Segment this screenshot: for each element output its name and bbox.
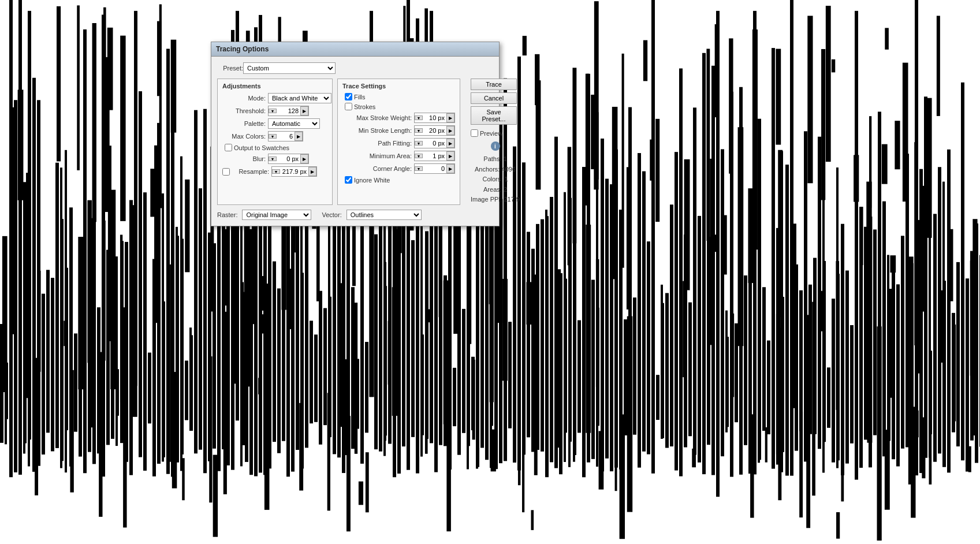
anchors-label: Anchors: — [475, 166, 500, 173]
threshold-label: Threshold: — [222, 107, 266, 114]
path-fitting-down-btn[interactable]: ▼ — [415, 141, 423, 146]
colors-value: 1 — [504, 176, 508, 182]
dialog-title: Tracing Options — [216, 45, 269, 53]
adjustments-legend: Adjustments — [222, 83, 327, 90]
strokes-label: Strokes — [354, 103, 375, 110]
output-to-swatches-checkbox[interactable] — [225, 144, 232, 151]
corner-angle-label: Corner Angle: — [342, 165, 412, 172]
palette-select[interactable]: Automatic Limited Full Tone — [268, 118, 320, 129]
fills-checkbox[interactable] — [345, 93, 352, 100]
minimum-area-down-btn[interactable]: ▼ — [415, 154, 423, 158]
threshold-down-btn[interactable]: ▼ — [269, 109, 277, 113]
path-fitting-input[interactable] — [423, 139, 446, 147]
min-stroke-length-label: Min Stroke Length: — [342, 127, 412, 134]
info-icon: i — [491, 141, 500, 151]
resample-label: Resample: — [232, 168, 269, 175]
resample-input[interactable] — [280, 167, 308, 176]
path-fitting-label: Path Fitting: — [342, 140, 412, 147]
mode-label: Mode: — [222, 95, 266, 102]
trace-settings-panel: Trace Settings Fills Strokes Max Stroke … — [337, 79, 460, 205]
min-stroke-length-up-btn[interactable]: ▶ — [446, 126, 454, 135]
max-colors-label: Max Colors: — [222, 133, 266, 140]
anchors-value: 4096 — [502, 166, 516, 173]
resample-up-btn[interactable]: ▶ — [308, 167, 316, 176]
minimum-area-label: Minimum Area: — [342, 152, 412, 159]
ignore-white-checkbox[interactable] — [345, 176, 352, 184]
preview-label: Preview — [480, 130, 502, 137]
blur-label: Blur: — [222, 155, 266, 162]
strokes-checkbox[interactable] — [345, 103, 352, 110]
ignore-white-label: Ignore White — [354, 177, 390, 184]
areas-value: 2 — [504, 186, 507, 193]
blur-up-btn[interactable]: ▶ — [300, 154, 308, 163]
output-to-swatches-label: Output to Swatches — [234, 144, 289, 151]
preset-select[interactable]: Custom — [243, 62, 336, 74]
min-stroke-length-down-btn[interactable]: ▼ — [415, 128, 423, 133]
min-stroke-length-input[interactable] — [423, 126, 446, 135]
blur-down-btn[interactable]: ▼ — [269, 157, 277, 161]
blur-input[interactable] — [277, 155, 300, 163]
max-colors-up-btn[interactable]: ▶ — [295, 132, 303, 141]
dialog-titlebar: Tracing Options — [211, 42, 499, 57]
raster-label: Raster: — [217, 211, 237, 218]
minimum-area-up-btn[interactable]: ▶ — [446, 151, 454, 161]
trace-button[interactable]: Trace — [471, 79, 517, 90]
max-colors-input[interactable] — [277, 132, 294, 140]
tracing-options-dialog: Tracing Options Preset: Custom Adjustmen… — [211, 42, 500, 226]
fills-label: Fills — [354, 94, 366, 100]
paths-label: Paths: — [483, 155, 501, 162]
colors-label: Colors: — [482, 176, 502, 182]
threshold-up-btn[interactable]: ▶ — [300, 106, 308, 115]
max-stroke-weight-up-btn[interactable]: ▶ — [446, 113, 454, 122]
max-colors-down-btn[interactable]: ▼ — [269, 134, 277, 139]
paths-value: 1 — [504, 155, 507, 162]
save-preset-button[interactable]: Save Preset... — [471, 106, 517, 125]
view-row: Raster: Original Image Adjusted Image Tr… — [217, 210, 493, 220]
adjustments-panel: Adjustments Mode: Black and White Color … — [217, 79, 333, 205]
resample-checkbox[interactable] — [222, 168, 230, 176]
side-buttons: Trace Cancel Save Preset... Preview i Pa… — [471, 79, 520, 205]
max-stroke-weight-label: Max Stroke Weight: — [342, 114, 412, 121]
corner-angle-down-btn[interactable]: ▼ — [415, 166, 423, 171]
trace-settings-legend: Trace Settings — [342, 83, 455, 90]
raster-select[interactable]: Original Image Adjusted Image Transparen… — [242, 210, 311, 220]
corner-angle-input[interactable] — [423, 165, 446, 173]
image-ppi-label: Image PPI: — [471, 196, 502, 203]
image-ppi-value: 217.9 — [504, 196, 520, 203]
corner-angle-up-btn[interactable]: ▶ — [446, 164, 454, 173]
max-stroke-weight-down-btn[interactable]: ▼ — [415, 115, 423, 120]
minimum-area-input[interactable] — [423, 152, 446, 160]
cancel-button[interactable]: Cancel — [471, 92, 517, 104]
vector-select[interactable]: No Tracing Result Tracing Result Outline… — [346, 210, 422, 220]
max-stroke-weight-input[interactable] — [423, 114, 446, 122]
preset-label: Preset: — [217, 65, 243, 72]
palette-label: Palette: — [222, 120, 266, 127]
stats-section: Paths: 1 Anchors: 4096 Colors: 1 Areas — [471, 154, 520, 205]
vector-label: Vector: — [322, 211, 341, 218]
threshold-input[interactable] — [277, 107, 300, 115]
mode-select[interactable]: Black and White Color Grayscale — [268, 93, 331, 103]
preview-checkbox[interactable] — [471, 129, 478, 137]
path-fitting-up-btn[interactable]: ▶ — [446, 139, 454, 148]
areas-label: Areas: — [483, 186, 502, 193]
resample-down-btn[interactable]: ▼ — [272, 169, 280, 174]
